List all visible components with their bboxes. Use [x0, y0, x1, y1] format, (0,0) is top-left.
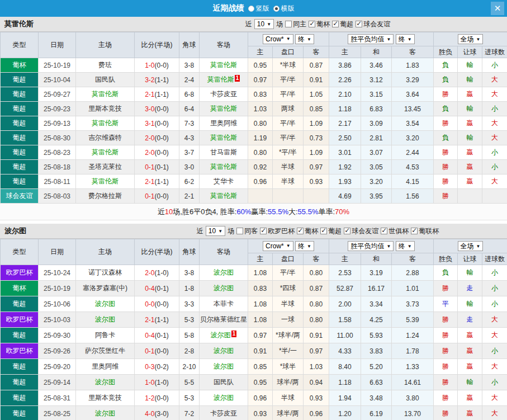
full-time-score: 4-0: [145, 410, 154, 418]
same-venue-checkbox[interactable]: 同客: [236, 226, 258, 236]
competition-checkbox[interactable]: 葡超: [332, 20, 353, 29]
avg-time-select[interactable]: 终▼: [396, 34, 415, 44]
goals-result-cell: 大: [482, 87, 507, 102]
handicap-cell: 两球: [273, 102, 304, 116]
odds-time-select[interactable]: 终▼: [295, 34, 314, 44]
corners-cell: 5-3: [179, 312, 200, 328]
competition-cell: 葡杯: [1, 281, 39, 296]
competition-cell: 葡超: [1, 87, 39, 102]
half-time-score: (0-0): [155, 394, 169, 402]
home-team-name: 波尔图: [95, 315, 115, 323]
corners-cell: 6-8: [179, 87, 200, 102]
summary-part: 70%: [335, 207, 349, 216]
corners-cell: 3-0: [179, 160, 200, 174]
home-team-name: 塞洛罗森塞(中): [83, 284, 127, 292]
competition-checkbox-label: 球会友谊: [352, 226, 378, 236]
avg-lose-cell: 13.45: [392, 102, 434, 116]
near-label: 近: [245, 20, 252, 29]
avg-draw-cell: 3.07: [361, 145, 392, 160]
half-time-score: (0-0): [155, 149, 169, 157]
home-team-cell: 萨尔茨堡红牛: [76, 343, 135, 359]
home-team-cell: 波尔图: [76, 375, 135, 390]
vertical-layout-option[interactable]: 竖版: [248, 4, 269, 13]
match-row: 葡超25-08-18圣塔克莱拉0-1(0-1)3-0莫雷伦斯0.92半球0.97…: [1, 160, 507, 174]
avg-lose-cell: 13.70: [392, 406, 434, 420]
half-time-score: (0-0): [155, 62, 169, 69]
half-time-score: (1-1): [155, 316, 169, 324]
competition-checkbox[interactable]: 球会友谊: [344, 226, 378, 236]
competition-checkbox[interactable]: 葡杯: [297, 226, 318, 236]
avg-time-select[interactable]: 终▼: [396, 241, 415, 251]
competition-checkbox[interactable]: 世俱杯: [381, 226, 409, 236]
odds-away-cell: 1.05: [304, 87, 329, 102]
col-result: 胜负: [434, 46, 458, 58]
recent-count-select[interactable]: 10 ▼: [206, 226, 225, 236]
scope-select[interactable]: 全场▼: [458, 241, 484, 251]
result-cell: 勝: [434, 359, 458, 375]
odds-time-select[interactable]: 终▼: [295, 241, 314, 251]
score-cell: 2-1(1-1): [135, 174, 179, 189]
home-team-name: 莫雷伦斯: [92, 90, 119, 98]
competition-checkbox[interactable]: 葡联杯: [411, 226, 439, 236]
close-button[interactable]: ✕: [491, 2, 504, 15]
result-cell: 負: [434, 58, 458, 73]
competition-cell: 葡超: [1, 406, 39, 420]
odds-company-select[interactable]: Crow*▼: [263, 241, 293, 251]
full-time-score: 2-1: [145, 91, 154, 98]
competition-checkbox[interactable]: 球会友谊: [356, 20, 390, 29]
odds-home-cell: 1.08: [248, 265, 273, 281]
results-table-1: 类型 日期 主场 比分(半场) 角球 客场 Crow*▼ 终▼ 胜平负均值▼ 终…: [0, 32, 507, 204]
odds-away-cell: 0.73: [304, 131, 329, 145]
match-row: 欧罗巴杯25-09-26萨尔茨堡红牛0-1(0-0)2-8波尔图0.91*半/一…: [1, 343, 507, 359]
match-row: 葡超25-08-11莫雷伦斯2-1(1-1)6-2艾华卡0.96半球0.931.…: [1, 174, 507, 189]
corners-cell: 3-3: [179, 296, 200, 312]
half-time-score: (0-2): [155, 363, 169, 371]
odds-home-cell: 0.95: [248, 58, 273, 73]
competition-checkbox[interactable]: 葡杯: [309, 20, 330, 29]
col-avg-lose: 客: [392, 253, 434, 265]
col-handicap-result: 让球: [458, 46, 482, 58]
avg-win-cell: 2.10: [329, 87, 361, 102]
away-team-cell: 贝尔格莱德红星: [200, 312, 248, 328]
competition-checkbox-label: 葡杯: [305, 226, 318, 236]
recent-count-select[interactable]: 10 ▼: [254, 19, 274, 29]
date-cell: 25-10-19: [39, 58, 76, 73]
handicap-result-cell: 贏: [458, 343, 482, 359]
competition-checkbox[interactable]: 葡超: [320, 226, 342, 236]
avg-win-cell: 11.00: [329, 328, 361, 343]
checkbox-icon: [356, 21, 362, 27]
same-venue-checkbox[interactable]: 同主: [285, 20, 306, 29]
col-handicap: 盘口: [273, 253, 304, 265]
half-time-score: (1-1): [155, 178, 169, 186]
col-away: 客场: [200, 32, 248, 58]
avg-metric-select[interactable]: 胜平负均值▼: [348, 34, 394, 44]
competition-checkbox-label: 葡联杯: [419, 226, 439, 236]
handicap-cell: *半/一: [273, 343, 304, 359]
odds-company-select[interactable]: Crow*▼: [263, 34, 293, 44]
avg-lose-cell: 1.24: [392, 328, 434, 343]
filter-bar: 近 10 ▼ 场 同主 葡杯葡超球会友谊: [129, 19, 507, 29]
competition-checkbox[interactable]: 欧罗巴杯: [260, 226, 295, 236]
chevron-down-icon: ▼: [408, 37, 412, 42]
competition-cell: 葡超: [1, 160, 39, 174]
result-cell: 勝: [434, 87, 458, 102]
handicap-result-cell: 輸: [458, 265, 482, 281]
scope-select[interactable]: 全场▼: [458, 34, 484, 44]
corners-cell: 5-5: [179, 375, 200, 390]
away-team-name: 波尔图: [211, 331, 231, 339]
avg-win-cell: 4.33: [329, 343, 361, 359]
avg-draw-cell: 3.95: [361, 189, 392, 204]
away-team-name: 波尔图: [214, 284, 234, 292]
handicap-cell: *球半: [273, 359, 304, 375]
score-cell: 2-0(1-0): [135, 265, 179, 281]
avg-draw-cell: 3.09: [361, 116, 392, 131]
avg-draw-cell: 3.12: [361, 73, 392, 87]
away-team-name: 莫雷伦斯: [210, 105, 237, 112]
half-time-score: (0-0): [155, 347, 169, 355]
home-team-name: 费尔格拉斯: [88, 192, 122, 200]
handicap-cell: 半球: [273, 296, 304, 312]
horizontal-layout-option[interactable]: 横版: [273, 4, 295, 13]
home-team-cell: 里斯本竞技: [76, 102, 135, 116]
avg-metric-select[interactable]: 胜平负均值▼: [348, 241, 394, 251]
handicap-result-cell: 輸: [458, 375, 482, 390]
